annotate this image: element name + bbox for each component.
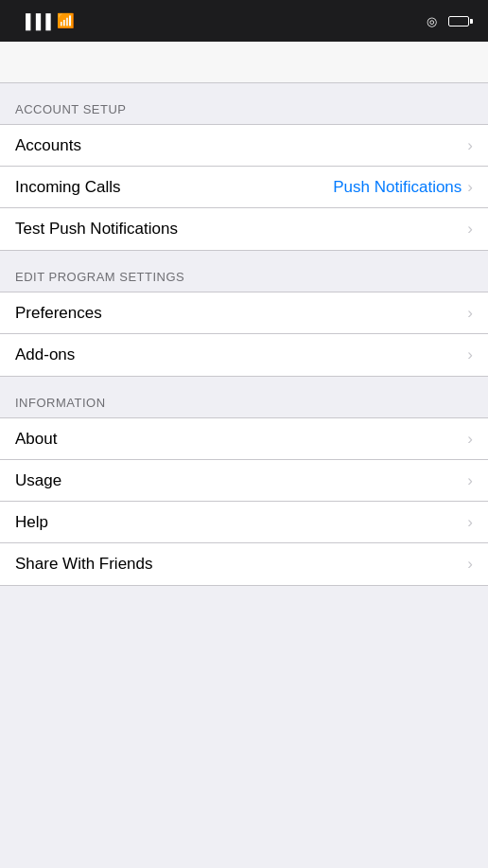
status-right: ◎ (427, 14, 473, 28)
settings-item-preferences[interactable]: Preferences› (0, 292, 488, 334)
status-left: ▐▐▐ 📶 (15, 12, 75, 29)
settings-item-right-accounts: › (467, 136, 473, 155)
settings-item-label-add-ons: Add-ons (15, 345, 75, 364)
settings-item-help[interactable]: Help› (0, 502, 488, 543)
chevron-icon-usage: › (467, 471, 473, 490)
settings-item-incoming-calls[interactable]: Incoming CallsPush Notifications› (0, 167, 488, 208)
settings-item-value-incoming-calls: Push Notifications (333, 178, 462, 197)
settings-container: ACCOUNT SETUPAccounts›Incoming CallsPush… (0, 83, 488, 586)
battery-icon (448, 16, 473, 27)
settings-item-right-preferences: › (467, 304, 473, 323)
settings-item-right-test-push: › (467, 220, 473, 239)
settings-item-test-push[interactable]: Test Push Notifications› (0, 208, 488, 250)
section-header-information: INFORMATION (0, 377, 488, 417)
settings-item-label-share-with-friends: Share With Friends (15, 555, 153, 574)
settings-group-information: About›Usage›Help›Share With Friends› (0, 417, 488, 586)
settings-item-right-help: › (467, 513, 473, 532)
section-header-account-setup: ACCOUNT SETUP (0, 83, 488, 124)
settings-item-share-with-friends[interactable]: Share With Friends› (0, 543, 488, 585)
chevron-icon-incoming-calls: › (467, 178, 473, 197)
settings-item-label-preferences: Preferences (15, 304, 102, 323)
chevron-icon-about: › (467, 430, 473, 449)
settings-item-add-ons[interactable]: Add-ons› (0, 334, 488, 376)
location-icon: ◎ (427, 14, 437, 28)
chevron-icon-add-ons: › (467, 345, 473, 364)
chevron-icon-test-push: › (467, 220, 473, 239)
settings-group-edit-program: Preferences›Add-ons› (0, 292, 488, 377)
settings-item-accounts[interactable]: Accounts› (0, 125, 488, 167)
settings-item-right-usage: › (467, 471, 473, 490)
chevron-icon-share-with-friends: › (467, 555, 473, 574)
settings-item-right-about: › (467, 430, 473, 449)
settings-item-label-about: About (15, 430, 57, 449)
chevron-icon-accounts: › (467, 136, 473, 155)
settings-item-right-incoming-calls: Push Notifications› (333, 178, 473, 197)
section-header-edit-program: EDIT PROGRAM SETTINGS (0, 251, 488, 292)
wifi-icon: 📶 (57, 12, 75, 29)
settings-item-right-share-with-friends: › (467, 555, 473, 574)
settings-item-label-usage: Usage (15, 471, 61, 490)
settings-item-usage[interactable]: Usage› (0, 460, 488, 502)
signal-icon: ▐▐▐ (21, 13, 51, 29)
settings-item-right-add-ons: › (467, 345, 473, 364)
settings-item-label-accounts: Accounts (15, 136, 81, 155)
settings-item-about[interactable]: About› (0, 418, 488, 460)
settings-group-account-setup: Accounts›Incoming CallsPush Notification… (0, 124, 488, 251)
status-bar: ▐▐▐ 📶 ◎ (0, 0, 488, 42)
settings-item-label-incoming-calls: Incoming Calls (15, 178, 121, 197)
settings-item-label-test-push: Test Push Notifications (15, 220, 178, 239)
settings-item-label-help: Help (15, 513, 48, 532)
chevron-icon-preferences: › (467, 304, 473, 323)
chevron-icon-help: › (467, 513, 473, 532)
nav-bar (0, 42, 488, 83)
